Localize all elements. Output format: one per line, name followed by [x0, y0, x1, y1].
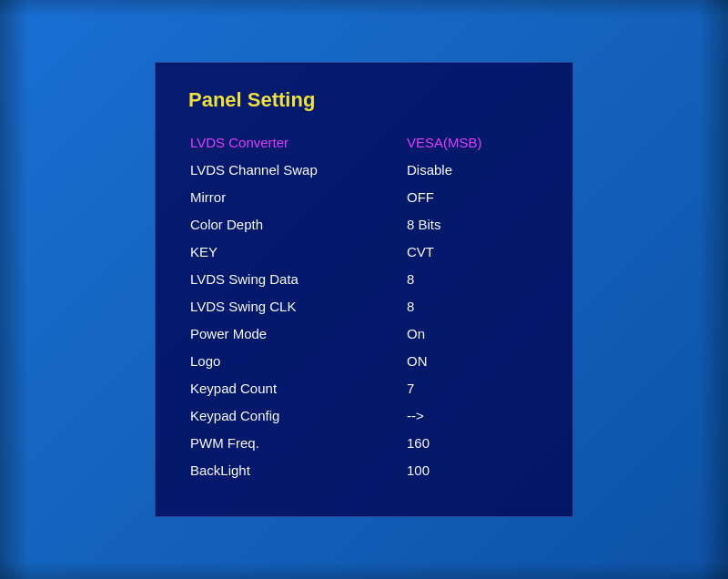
setting-label: Keypad Count	[188, 374, 370, 401]
table-row[interactable]: LVDS Swing CLK8	[188, 292, 540, 320]
table-row[interactable]: Keypad Count7	[188, 374, 540, 401]
table-row[interactable]: LogoON	[188, 347, 540, 374]
setting-value: 8	[370, 265, 540, 292]
settings-table: LVDS ConverterVESA(MSB)LVDS Channel Swap…	[188, 128, 540, 483]
setting-label: PWM Freq.	[188, 429, 370, 456]
table-row[interactable]: LVDS Channel SwapDisable	[188, 156, 540, 183]
table-row[interactable]: Color Depth8 Bits	[188, 210, 540, 238]
setting-label: Color Depth	[188, 210, 370, 238]
setting-value: CVT	[370, 238, 540, 265]
setting-label: Logo	[188, 347, 370, 374]
setting-value: OFF	[370, 183, 540, 210]
panel-title: Panel Setting	[188, 88, 540, 112]
setting-value: Disable	[370, 156, 540, 183]
setting-label: LVDS Swing CLK	[188, 292, 370, 320]
setting-label: Mirror	[188, 183, 370, 210]
setting-value: VESA(MSB)	[370, 128, 540, 156]
setting-label: LVDS Converter	[188, 128, 370, 156]
table-row[interactable]: BackLight100	[188, 456, 540, 483]
table-row[interactable]: Power ModeOn	[188, 320, 540, 347]
setting-value: -->	[370, 401, 540, 429]
screen-background: Panel Setting LVDS ConverterVESA(MSB)LVD…	[0, 0, 728, 579]
table-row[interactable]: PWM Freq.160	[188, 429, 540, 456]
setting-label: Power Mode	[188, 320, 370, 347]
setting-label: LVDS Swing Data	[188, 265, 370, 292]
panel-setting-container: Panel Setting LVDS ConverterVESA(MSB)LVD…	[155, 62, 573, 517]
setting-value: ON	[370, 347, 540, 374]
table-row[interactable]: MirrorOFF	[188, 183, 540, 210]
table-row[interactable]: LVDS ConverterVESA(MSB)	[188, 128, 540, 156]
setting-label: Keypad Config	[188, 401, 370, 429]
setting-value: 100	[370, 456, 540, 483]
table-row[interactable]: KEYCVT	[188, 238, 540, 265]
setting-value: 8 Bits	[370, 210, 540, 238]
setting-value: 7	[370, 374, 540, 401]
setting-value: On	[370, 320, 540, 347]
setting-label: BackLight	[188, 456, 370, 483]
setting-value: 8	[370, 292, 540, 320]
table-row[interactable]: Keypad Config-->	[188, 401, 540, 429]
setting-label: LVDS Channel Swap	[188, 156, 370, 183]
setting-value: 160	[370, 429, 540, 456]
setting-label: KEY	[188, 238, 370, 265]
table-row[interactable]: LVDS Swing Data8	[188, 265, 540, 292]
